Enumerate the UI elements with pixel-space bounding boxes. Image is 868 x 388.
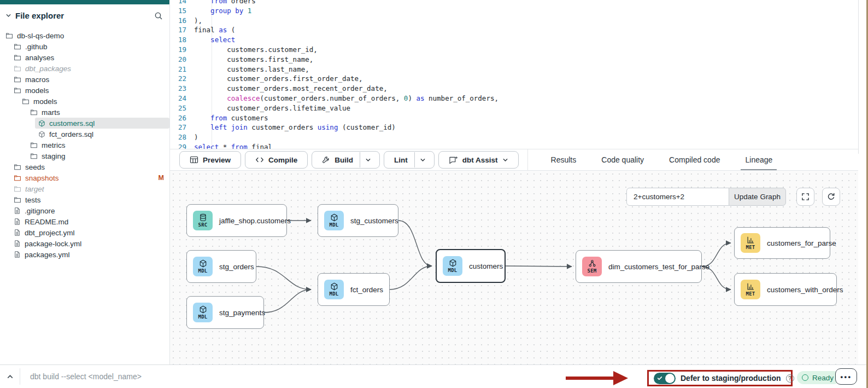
node-label: jaffle_shop.customers xyxy=(219,217,291,225)
tree-item-.github[interactable]: .github xyxy=(0,41,169,52)
editor-toolbar: Preview Compile Build xyxy=(170,149,858,171)
tree-item-models[interactable]: models xyxy=(0,85,169,96)
graph-selector-input[interactable] xyxy=(626,188,729,206)
code-text: group by 1 xyxy=(194,6,251,16)
lineage-edge-stg_payments-to-fct_orders xyxy=(264,289,311,312)
code-line[interactable]: 24 coalesce(customer_orders.number_of_or… xyxy=(170,94,858,103)
tree-item-label: seeds xyxy=(25,163,45,171)
lineage-node-dim_customers_test_for_parse[interactable]: SEMdim_customers_test_for_parse xyxy=(576,250,702,283)
defer-toggle[interactable] xyxy=(654,373,676,384)
code-line[interactable]: 14 from orders xyxy=(170,0,858,6)
badge-label: SEM xyxy=(587,269,596,274)
tree-item-metrics[interactable]: metrics xyxy=(0,140,169,150)
tree-item-analyses[interactable]: analyses xyxy=(0,52,169,63)
tab-code-quality[interactable]: Code quality xyxy=(601,149,644,170)
code-line[interactable]: 19 customers.customer_id, xyxy=(170,45,858,55)
tree-item-marts[interactable]: marts xyxy=(0,107,169,118)
help-icon[interactable]: ? xyxy=(786,374,794,383)
lineage-node-stg_orders[interactable]: MDLstg_orders xyxy=(186,250,256,283)
code-line[interactable]: 27 left join customer_orders using (cust… xyxy=(170,123,858,132)
tree-item-db-sl-qs-demo[interactable]: db-sl-qs-demo xyxy=(0,30,169,41)
code-line[interactable]: 26 from customers xyxy=(170,113,858,123)
build-button[interactable]: Build xyxy=(312,151,380,169)
tree-item-dbt_packages[interactable]: dbt_packages xyxy=(0,63,169,74)
lint-dropdown-chevron-icon[interactable] xyxy=(415,157,431,163)
tree-item-models[interactable]: models xyxy=(0,96,169,107)
more-menu-button[interactable]: ••• xyxy=(835,368,857,385)
line-number: 16 xyxy=(170,16,194,26)
tree-item-seeds[interactable]: seeds xyxy=(0,161,169,172)
code-text: coalesce(customer_orders.number_of_order… xyxy=(194,94,498,103)
lineage-node-jaffle_shop.customers[interactable]: SRCjaffle_shop.customers xyxy=(186,204,287,237)
tree-item-customers.sql[interactable]: customers.sql xyxy=(35,118,169,129)
status-badge[interactable]: Ready xyxy=(797,371,840,384)
metric-icon xyxy=(747,236,755,244)
code-text: customer_orders.most_recent_order_date, xyxy=(194,84,388,94)
badge-label: MDL xyxy=(329,292,338,297)
code-line[interactable]: 29select * from final xyxy=(170,142,858,149)
compile-code-icon xyxy=(255,155,264,164)
code-editor[interactable]: 14 from orders15 group by 116),17final a… xyxy=(170,0,858,149)
mdl-badge: MDL xyxy=(193,303,213,322)
tab-results[interactable]: Results xyxy=(551,149,577,170)
refresh-icon xyxy=(827,193,835,201)
tree-item-label: packages.yml xyxy=(25,251,70,259)
line-number: 15 xyxy=(170,6,194,16)
folder-icon xyxy=(5,32,13,39)
chevron-up-icon[interactable] xyxy=(0,373,20,380)
folder-icon xyxy=(22,97,30,105)
code-line[interactable]: 16), xyxy=(170,16,858,26)
model-cube-icon xyxy=(38,120,45,127)
code-line[interactable]: 25 customer_orders.lifetime_value xyxy=(170,103,858,113)
update-graph-button[interactable]: Update Graph xyxy=(729,188,786,206)
defer-label: Defer to staging/production xyxy=(681,374,781,383)
tree-item-target[interactable]: target xyxy=(0,183,169,194)
fullscreen-button[interactable] xyxy=(796,188,814,206)
lint-button[interactable]: Lint xyxy=(384,151,435,169)
lineage-node-customers_with_orders[interactable]: METcustomers_with_orders xyxy=(734,273,837,306)
tree-item-packages.yml[interactable]: packages.yml xyxy=(0,249,169,260)
tree-item-macros[interactable]: macros xyxy=(0,74,169,85)
lineage-node-stg_customers[interactable]: MDLstg_customers xyxy=(318,204,398,237)
tree-item-snapshots[interactable]: snapshotsM xyxy=(0,172,169,183)
code-line[interactable]: 15 group by 1 xyxy=(170,6,858,16)
tree-item-README.md[interactable]: README.md xyxy=(0,216,169,227)
tree-item-.gitignore[interactable]: .gitignore xyxy=(0,205,169,216)
tree-item-label: customers.sql xyxy=(49,119,95,128)
refresh-button[interactable] xyxy=(822,188,840,206)
compile-button[interactable]: Compile xyxy=(245,151,308,169)
tab-lineage[interactable]: Lineage xyxy=(745,149,772,170)
file-explorer-header: File explorer xyxy=(0,4,169,22)
preview-button[interactable]: Preview xyxy=(179,151,241,169)
code-line[interactable]: 28) xyxy=(170,132,858,142)
tab-compiled-code[interactable]: Compiled code xyxy=(669,149,720,170)
tree-item-fct_orders.sql[interactable]: fct_orders.sql xyxy=(0,129,169,140)
tree-item-staging[interactable]: staging xyxy=(0,150,169,161)
met-badge: MET xyxy=(741,233,760,253)
build-dropdown-chevron-icon[interactable] xyxy=(360,157,376,163)
code-line[interactable]: 23 customer_orders.most_recent_order_dat… xyxy=(170,84,858,94)
tree-item-tests[interactable]: tests xyxy=(0,194,169,205)
dbt-assist-button[interactable]: dbt Assist xyxy=(438,151,519,169)
code-line[interactable]: 21 customers.last_name, xyxy=(170,65,858,74)
lineage-node-stg_payments[interactable]: MDLstg_payments xyxy=(186,296,264,329)
chevron-down-icon[interactable] xyxy=(5,13,11,19)
lineage-node-fct_orders[interactable]: MDLfct_orders xyxy=(318,273,390,306)
lineage-panel: SRCjaffle_shop.customersMDLstg_customers… xyxy=(170,171,858,364)
code-text: customers.first_name, xyxy=(194,55,313,65)
tree-item-package-lock.yml[interactable]: package-lock.yml xyxy=(0,238,169,249)
tree-item-dbt_project.yml[interactable]: dbt_project.yml xyxy=(0,227,169,238)
assist-dropdown-chevron-icon[interactable] xyxy=(502,157,508,163)
code-line[interactable]: 20 customers.first_name, xyxy=(170,55,858,65)
ellipsis-icon: ••• xyxy=(840,373,852,380)
lineage-node-customers[interactable]: MDLcustomers xyxy=(436,249,506,283)
node-label: stg_customers xyxy=(350,217,398,225)
lineage-node-customers_for_parse[interactable]: METcustomers_for_parse xyxy=(734,227,830,259)
search-icon[interactable] xyxy=(154,11,163,20)
code-line[interactable]: 17final as ( xyxy=(170,25,858,35)
editor-scrollbar-track[interactable] xyxy=(858,0,859,154)
code-line[interactable]: 22 customer_orders.first_order_date, xyxy=(170,74,858,84)
tree-item-label: marts xyxy=(42,108,60,117)
command-input[interactable] xyxy=(20,372,512,381)
code-line[interactable]: 18 select xyxy=(170,35,858,45)
